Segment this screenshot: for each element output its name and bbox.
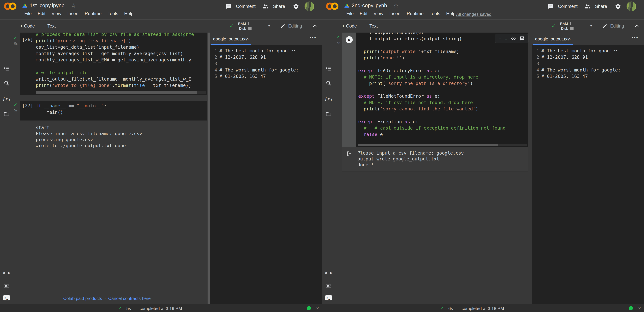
execution-count[interactable]: [27] (22, 103, 33, 108)
resources-caret-icon[interactable]: ▼ (590, 24, 593, 28)
header: 1st_copy.ipynb ☆ FileEditViewInsertRunti… (0, 0, 322, 20)
star-icon[interactable]: ☆ (394, 2, 398, 9)
table-of-contents-icon[interactable] (4, 66, 10, 72)
code-snippets-icon[interactable]: < > (3, 270, 10, 276)
ram-disk-meter[interactable]: RAM Disk (559, 22, 585, 30)
colab-logo-icon[interactable] (326, 2, 340, 11)
menu-item-tools[interactable]: Tools (430, 11, 440, 16)
share-people-icon[interactable] (584, 3, 591, 10)
menu-item-tools[interactable]: Tools (108, 11, 118, 16)
collapse-toolbar-chevron-icon[interactable] (634, 24, 639, 28)
horizontal-scrollbar[interactable] (36, 91, 206, 94)
menu-item-edit[interactable]: Edit (38, 11, 46, 16)
code-editor[interactable]: f_output.truncate(0) f_output.writelines… (358, 32, 526, 138)
execution-count[interactable]: [26] (22, 37, 33, 42)
table-of-contents-icon[interactable] (326, 66, 332, 72)
comment-icon[interactable] (226, 4, 232, 9)
colab-logo-icon[interactable] (4, 2, 18, 11)
status-duration: 6s (448, 306, 453, 311)
file-tab[interactable]: google_output.txt (535, 36, 569, 42)
logo-ring-right (331, 2, 338, 10)
menu-item-runtime[interactable]: Runtime (407, 11, 424, 16)
ram-disk-meter[interactable]: RAM Disk (237, 22, 263, 30)
comment-icon[interactable] (548, 4, 554, 9)
output-icon[interactable] (346, 151, 352, 157)
notebook-title[interactable]: 1st_copy.ipynb (30, 2, 64, 8)
files-folder-icon[interactable] (3, 111, 10, 117)
file-tab[interactable]: google_output.txt (213, 36, 247, 42)
add-code-button[interactable]: + Code (20, 24, 35, 29)
menu-item-insert[interactable]: Insert (389, 11, 401, 16)
menu-item-runtime[interactable]: Runtime (85, 11, 102, 16)
star-icon[interactable]: ☆ (71, 2, 76, 9)
code-cell-focused[interactable]: ▶ f_output.truncate(0) f_output.writelin… (342, 32, 528, 147)
save-status[interactable]: All changes saved (456, 12, 492, 17)
search-icon[interactable] (326, 80, 332, 86)
code-line: # NOTE: if input is a directory, drop he… (358, 74, 526, 80)
horizontal-scrollbar[interactable] (358, 144, 527, 146)
cell-success-check-icon: ✓ (336, 34, 340, 40)
command-palette-icon[interactable] (325, 283, 332, 289)
menu-item-insert[interactable]: Insert (67, 11, 79, 16)
code-editor[interactable]: # process the data_list by csv file as s… (36, 32, 206, 88)
code-line (36, 63, 206, 70)
settings-gear-icon[interactable] (615, 3, 621, 10)
command-palette-icon[interactable] (3, 283, 10, 289)
share-people-icon[interactable] (262, 3, 269, 10)
share-button[interactable]: Share (595, 4, 607, 9)
colab-paid-products-link[interactable]: Colab paid products (63, 296, 102, 301)
menu-item-view[interactable]: View (52, 11, 61, 16)
status-close-icon[interactable]: × (316, 306, 319, 311)
avatar[interactable] (626, 2, 636, 11)
status-close-icon[interactable]: × (638, 306, 641, 311)
share-button[interactable]: Share (273, 4, 285, 9)
editing-mode-button[interactable]: Editing (610, 24, 624, 29)
cancel-contracts-link[interactable]: Cancel contracts here (108, 296, 151, 301)
panel-more-menu-icon[interactable]: ••• (310, 35, 317, 40)
code-line: except Exception as e: (358, 118, 526, 125)
panel-more-menu-icon[interactable]: ••• (632, 35, 639, 40)
avatar[interactable] (304, 2, 314, 11)
variables-icon[interactable]: {x} (324, 96, 333, 102)
add-code-button[interactable]: + Code (342, 24, 357, 29)
collapse-toolbar-chevron-icon[interactable] (312, 24, 317, 28)
copy-link-to-cell-icon[interactable] (511, 36, 516, 41)
add-text-button[interactable]: + Text (44, 24, 56, 29)
menu-item-file[interactable]: File (346, 11, 354, 16)
status-check-icon: ✓ (118, 306, 122, 311)
comment-button[interactable]: Comment (236, 4, 256, 9)
menu-item-help[interactable]: Help (124, 11, 134, 16)
add-comment-icon[interactable] (520, 36, 525, 41)
move-cell-up-icon[interactable]: ↑ (499, 36, 501, 41)
editing-mode-button[interactable]: Editing (288, 24, 302, 29)
close-tab-icon[interactable]: × (246, 36, 249, 42)
add-text-button[interactable]: + Text (366, 24, 378, 29)
terminal-icon[interactable]: >_ (325, 295, 332, 300)
comment-button[interactable]: Comment (558, 4, 578, 9)
variables-icon[interactable]: {x} (2, 96, 11, 102)
terminal-icon[interactable]: >_ (3, 295, 10, 300)
notebook-title[interactable]: 2nd-copy.ipynb (352, 2, 387, 8)
files-folder-icon[interactable] (325, 111, 332, 117)
run-cell-button[interactable]: ▶ (346, 36, 353, 43)
search-icon[interactable] (4, 80, 10, 86)
menu-item-file[interactable]: File (24, 11, 32, 16)
file-content[interactable]: 1# The best month for google:2# 12-2007,… (210, 45, 322, 304)
move-cell-down-icon[interactable]: ↓ (505, 36, 507, 41)
notebook-scrollbar[interactable] (208, 32, 210, 304)
code-line: main() (36, 109, 206, 116)
left-rail: {x} < > >_ (0, 32, 13, 304)
file-content[interactable]: 1# The best month for google:2# 12-2007,… (532, 45, 644, 304)
menu-item-edit[interactable]: Edit (360, 11, 368, 16)
code-cell-26[interactable]: [26] # process the data_list by csv file… (20, 32, 207, 95)
code-editor[interactable]: if __name__ == "__main__": main() (36, 103, 206, 116)
resources-caret-icon[interactable]: ▼ (268, 24, 271, 28)
settings-gear-icon[interactable] (293, 3, 299, 10)
menu-item-help[interactable]: Help (446, 11, 456, 16)
output-line: done ! (358, 162, 464, 168)
close-tab-icon[interactable]: × (568, 36, 571, 42)
code-snippets-icon[interactable]: < > (325, 270, 332, 276)
code-cell-27[interactable]: [27] if __name__ == "__main__": main() (20, 101, 207, 120)
menu-item-view[interactable]: View (374, 11, 383, 16)
output-line: Please input a csv filename: google.csv (358, 150, 464, 156)
